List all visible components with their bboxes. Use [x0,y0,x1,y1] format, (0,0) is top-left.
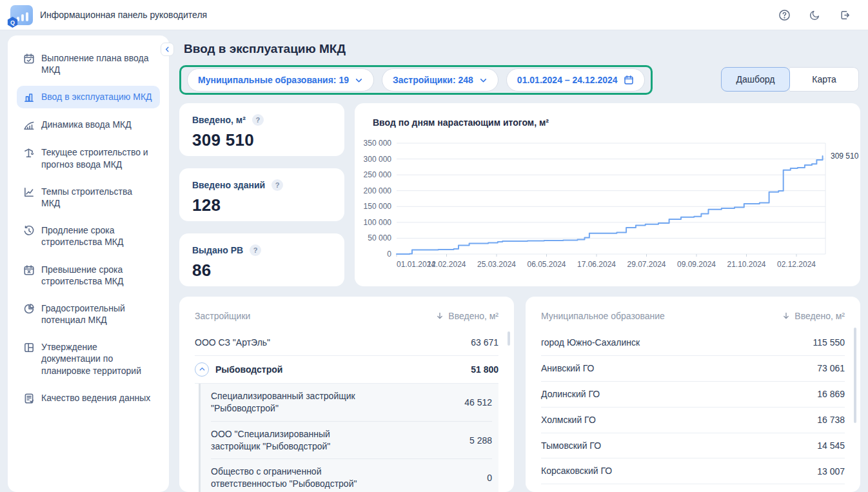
table-row[interactable]: Специализированный застройщик "Рыбоводст… [211,384,492,422]
row-name: Холмский ГО [541,414,596,426]
tab-map[interactable]: Карта [790,67,859,92]
row-value: 0 [487,473,492,483]
filter-date-range[interactable]: 01.01.2024 – 24.12.2024 [506,68,645,92]
row-value: 46 512 [464,397,492,408]
developers-table-body: ООО СЗ "АртЭль"63 671Рыбоводстрой51 800С… [195,330,498,492]
document-check-icon [23,393,35,404]
pie-chart-icon [23,303,35,315]
kpi-permits-label: Выдано РВ [192,245,243,255]
tab-dashboard[interactable]: Дашборд [721,67,790,92]
sidebar-item-1[interactable]: Ввод в эксплуатацию МКД [17,86,160,108]
row-value: 115 550 [813,337,845,348]
municipalities-scrollbar[interactable] [854,328,856,423]
sidebar-item-6[interactable]: Превышение срока строительства МКД [17,259,160,292]
row-name: ООО "Специализированный застройщик "Рыбо… [211,428,362,453]
filter-developers[interactable]: Застройщики: 248 [382,68,498,92]
cumulative-chart-card: Ввод по дням нарастающим итогом, м² 050 … [355,103,860,286]
calendar-check-icon [23,53,35,64]
municipalities-table-header: Муниципальное образование Введено, м² [541,310,845,330]
kpi-card-permits: Выдано РВ ? 86 [179,233,344,286]
trend-chart-icon [23,119,35,131]
logout-icon[interactable] [839,9,851,21]
developers-value-col-header: Введено, м² [448,311,498,321]
app-title: Информационная панель руководителя [40,10,207,20]
municipalities-table-body: город Южно-Сахалинск115 550Анивский ГО73… [541,330,845,492]
developers-col-header: Застройщики [195,311,250,321]
collapse-group-button[interactable] [195,362,209,377]
developers-sort-control[interactable]: Введено, м² [435,311,498,321]
table-row[interactable]: Тымовский ГО14 545 [541,433,845,459]
table-row[interactable]: город Южно-Сахалинск115 550 [541,330,845,356]
row-value: 16 869 [817,389,845,399]
kpi-buildings-help-badge[interactable]: ? [271,179,283,191]
filter-municipalities-label: Муниципальные образования: 19 [198,75,349,85]
row-name: Специализированный застройщик "Рыбоводст… [211,390,362,415]
municipalities-col-header: Муниципальное образование [541,311,665,321]
svg-text:200 000: 200 000 [364,186,392,195]
row-name: Общество с ограниченной ответственностью… [211,466,362,490]
svg-text:02.12.2024: 02.12.2024 [777,260,816,269]
svg-text:29.07.2024: 29.07.2024 [627,260,666,269]
table-row[interactable]: Долинский ГО16 869 [541,382,845,408]
svg-text:150 000: 150 000 [364,202,392,211]
sidebar-item-0[interactable]: Выполнение плана ввода МКД [17,47,160,81]
filter-municipalities[interactable]: Муниципальные образования: 19 [187,68,374,92]
sidebar-item-label: Темпы строительства МКД [41,186,153,209]
sidebar-item-label: Качество ведения данных [41,392,150,404]
svg-text:300 000: 300 000 [364,155,392,164]
header-actions [778,9,851,21]
sidebar-item-2[interactable]: Динамика ввода МКД [17,113,160,136]
table-row[interactable]: ООО СЗ "АртЭль"63 671 [195,330,498,356]
sidebar-item-4[interactable]: Темпы строительства МКД [17,181,160,214]
table-row[interactable]: Общество с ограниченной ответственностью… [211,459,492,492]
sidebar-item-9[interactable]: Качество ведения данных [17,387,160,409]
sidebar-item-5[interactable]: Продление срока строительства МКД [17,219,160,253]
chevron-down-icon [355,76,363,84]
row-value: 5 288 [469,435,492,446]
developers-scrollbar[interactable] [508,331,510,346]
row-value: 14 545 [817,440,845,451]
sidebar-item-label: Текущее строительство и прогноз ввода МК… [41,146,153,170]
kpi-buildings-value: 128 [192,195,331,215]
crane-icon [23,147,35,159]
municipalities-value-col-header: Введено, м² [794,311,845,321]
help-icon[interactable] [778,9,791,21]
kpi-area-help-badge[interactable]: ? [252,114,264,126]
municipalities-sort-control[interactable]: Введено, м² [782,311,845,321]
kpi-permits-value: 86 [192,261,331,280]
table-row[interactable]: Поронайский ГО11 678 [541,484,845,492]
table-row[interactable]: ООО "Специализированный застройщик "Рыбо… [211,422,492,460]
row-value: 16 738 [817,415,845,425]
moon-icon[interactable] [809,9,821,21]
sidebar-item-label: Ввод в эксплуатацию МКД [41,91,152,103]
table-row[interactable]: Рыбоводстрой51 800 [195,356,498,384]
table-row[interactable]: Корсаковский ГО13 007 [541,458,845,484]
sidebar-collapse-button[interactable] [161,43,174,56]
app-logo-icon: Q [10,5,33,25]
chart-end-value-label: 309 510 [831,152,859,161]
table-row[interactable]: Анивский ГО73 061 [541,356,845,382]
row-name: город Южно-Сахалинск [541,337,640,349]
sidebar-item-8[interactable]: Утверждение документации по планировке т… [17,336,160,382]
sidebar-nav: Выполнение плана ввода МКДВвод в эксплуа… [8,35,169,492]
svg-text:12.02.2024: 12.02.2024 [427,260,466,269]
app-root: Q Информационная панель руководителя Вып… [0,0,868,492]
svg-text:0: 0 [387,250,391,259]
view-toggle: Дашборд Карта [721,67,859,92]
svg-text:21.10.2024: 21.10.2024 [727,260,765,269]
developers-table-card: Застройщики Введено, м² ООО СЗ "АртЭль"6… [179,297,514,492]
line-chart-icon [23,186,35,198]
row-value: 51 800 [471,364,498,375]
clock-history-icon [23,225,35,237]
developers-table-header: Застройщики Введено, м² [195,310,498,330]
row-value: 13 007 [817,466,845,477]
sidebar-item-label: Продление срока строительства МКД [41,224,153,248]
kpi-permits-help-badge[interactable]: ? [250,244,261,256]
filters-highlight-box: Муниципальные образования: 19 Застройщик… [179,65,653,95]
top-header: Q Информационная панель руководителя [0,0,868,30]
table-row[interactable]: Холмский ГО16 738 [541,408,845,433]
sidebar-item-3[interactable]: Текущее строительство и прогноз ввода МК… [17,141,160,175]
chart-title: Ввод по дням нарастающим итогом, м² [373,117,549,128]
sidebar-item-7[interactable]: Градостроительный потенциал МКД [17,297,160,331]
row-value: 63 671 [471,337,498,348]
